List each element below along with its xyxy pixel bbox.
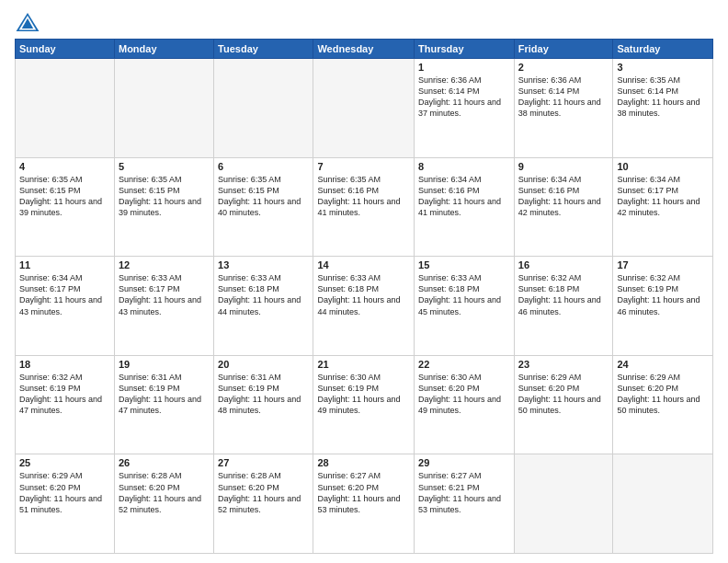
weekday-saturday: Saturday: [613, 40, 713, 59]
day-info: Sunrise: 6:35 AM Sunset: 6:15 PM Dayligh…: [119, 174, 210, 219]
day-number: 2: [518, 62, 609, 73]
day-number: 10: [617, 161, 709, 172]
day-info: Sunrise: 6:32 AM Sunset: 6:19 PM Dayligh…: [19, 372, 110, 417]
day-number: 19: [119, 359, 210, 370]
day-number: 9: [518, 161, 609, 172]
day-info: Sunrise: 6:35 AM Sunset: 6:15 PM Dayligh…: [218, 174, 309, 219]
day-number: 25: [19, 457, 110, 468]
calendar-cell: 28Sunrise: 6:27 AM Sunset: 6:20 PM Dayli…: [313, 454, 415, 554]
weekday-wednesday: Wednesday: [313, 40, 415, 59]
day-info: Sunrise: 6:34 AM Sunset: 6:17 PM Dayligh…: [617, 174, 709, 219]
day-number: 24: [617, 359, 709, 370]
calendar-cell: 8Sunrise: 6:34 AM Sunset: 6:16 PM Daylig…: [415, 157, 515, 257]
week-row-4: 18Sunrise: 6:32 AM Sunset: 6:19 PM Dayli…: [16, 355, 713, 454]
calendar-table: SundayMondayTuesdayWednesdayThursdayFrid…: [15, 39, 713, 554]
week-row-1: 1Sunrise: 6:36 AM Sunset: 6:14 PM Daylig…: [16, 59, 713, 158]
day-info: Sunrise: 6:36 AM Sunset: 6:14 PM Dayligh…: [418, 75, 510, 120]
day-number: 27: [218, 457, 309, 468]
day-info: Sunrise: 6:31 AM Sunset: 6:19 PM Dayligh…: [218, 372, 309, 417]
day-info: Sunrise: 6:30 AM Sunset: 6:19 PM Dayligh…: [317, 372, 410, 417]
day-number: 18: [19, 359, 110, 370]
logo-icon: [15, 11, 40, 33]
weekday-header-row: SundayMondayTuesdayWednesdayThursdayFrid…: [16, 40, 713, 59]
day-info: Sunrise: 6:32 AM Sunset: 6:18 PM Dayligh…: [518, 272, 609, 317]
day-number: 5: [119, 161, 210, 172]
day-number: 14: [317, 259, 410, 270]
day-number: 17: [617, 259, 709, 270]
calendar-cell: 13Sunrise: 6:33 AM Sunset: 6:18 PM Dayli…: [214, 257, 313, 356]
day-number: 21: [317, 359, 410, 370]
calendar-cell: 22Sunrise: 6:30 AM Sunset: 6:20 PM Dayli…: [415, 355, 515, 454]
calendar-cell: [214, 59, 313, 158]
day-number: 15: [418, 259, 510, 270]
day-info: Sunrise: 6:33 AM Sunset: 6:18 PM Dayligh…: [418, 272, 510, 317]
weekday-thursday: Thursday: [415, 40, 515, 59]
calendar-cell: [114, 59, 213, 158]
week-row-5: 25Sunrise: 6:29 AM Sunset: 6:20 PM Dayli…: [16, 454, 713, 554]
calendar-cell: 4Sunrise: 6:35 AM Sunset: 6:15 PM Daylig…: [16, 157, 115, 257]
calendar-cell: 11Sunrise: 6:34 AM Sunset: 6:17 PM Dayli…: [16, 257, 115, 356]
calendar-cell: [313, 59, 415, 158]
day-info: Sunrise: 6:35 AM Sunset: 6:14 PM Dayligh…: [617, 75, 709, 120]
day-info: Sunrise: 6:31 AM Sunset: 6:19 PM Dayligh…: [119, 372, 210, 417]
calendar-cell: [514, 454, 613, 554]
day-info: Sunrise: 6:30 AM Sunset: 6:20 PM Dayligh…: [418, 372, 510, 417]
day-number: 29: [418, 457, 510, 468]
weekday-friday: Friday: [514, 40, 613, 59]
day-info: Sunrise: 6:35 AM Sunset: 6:16 PM Dayligh…: [317, 174, 410, 219]
day-info: Sunrise: 6:35 AM Sunset: 6:15 PM Dayligh…: [19, 174, 110, 219]
day-info: Sunrise: 6:34 AM Sunset: 6:16 PM Dayligh…: [518, 174, 609, 219]
day-info: Sunrise: 6:29 AM Sunset: 6:20 PM Dayligh…: [19, 470, 110, 515]
day-info: Sunrise: 6:33 AM Sunset: 6:18 PM Dayligh…: [218, 272, 309, 317]
calendar-cell: 27Sunrise: 6:28 AM Sunset: 6:20 PM Dayli…: [214, 454, 313, 554]
calendar-cell: 24Sunrise: 6:29 AM Sunset: 6:20 PM Dayli…: [613, 355, 713, 454]
day-info: Sunrise: 6:32 AM Sunset: 6:19 PM Dayligh…: [617, 272, 709, 317]
calendar-cell: 1Sunrise: 6:36 AM Sunset: 6:14 PM Daylig…: [415, 59, 515, 158]
day-number: 8: [418, 161, 510, 172]
calendar-cell: 19Sunrise: 6:31 AM Sunset: 6:19 PM Dayli…: [114, 355, 213, 454]
calendar-cell: 17Sunrise: 6:32 AM Sunset: 6:19 PM Dayli…: [613, 257, 713, 356]
day-number: 23: [518, 359, 609, 370]
calendar-cell: 5Sunrise: 6:35 AM Sunset: 6:15 PM Daylig…: [114, 157, 213, 257]
day-info: Sunrise: 6:27 AM Sunset: 6:20 PM Dayligh…: [317, 470, 410, 515]
day-number: 22: [418, 359, 510, 370]
calendar-cell: 14Sunrise: 6:33 AM Sunset: 6:18 PM Dayli…: [313, 257, 415, 356]
day-info: Sunrise: 6:29 AM Sunset: 6:20 PM Dayligh…: [617, 372, 709, 417]
day-info: Sunrise: 6:29 AM Sunset: 6:20 PM Dayligh…: [518, 372, 609, 417]
day-number: 12: [119, 259, 210, 270]
day-number: 6: [218, 161, 309, 172]
calendar-cell: 7Sunrise: 6:35 AM Sunset: 6:16 PM Daylig…: [313, 157, 415, 257]
day-info: Sunrise: 6:33 AM Sunset: 6:17 PM Dayligh…: [119, 272, 210, 317]
day-number: 13: [218, 259, 309, 270]
week-row-2: 4Sunrise: 6:35 AM Sunset: 6:15 PM Daylig…: [16, 157, 713, 257]
calendar-cell: 23Sunrise: 6:29 AM Sunset: 6:20 PM Dayli…: [514, 355, 613, 454]
calendar-cell: 18Sunrise: 6:32 AM Sunset: 6:19 PM Dayli…: [16, 355, 115, 454]
calendar-cell: 10Sunrise: 6:34 AM Sunset: 6:17 PM Dayli…: [613, 157, 713, 257]
calendar-cell: 6Sunrise: 6:35 AM Sunset: 6:15 PM Daylig…: [214, 157, 313, 257]
calendar-cell: 16Sunrise: 6:32 AM Sunset: 6:18 PM Dayli…: [514, 257, 613, 356]
calendar-cell: 29Sunrise: 6:27 AM Sunset: 6:21 PM Dayli…: [415, 454, 515, 554]
day-number: 1: [418, 62, 510, 73]
day-number: 20: [218, 359, 309, 370]
calendar-cell: 26Sunrise: 6:28 AM Sunset: 6:20 PM Dayli…: [114, 454, 213, 554]
calendar-cell: 2Sunrise: 6:36 AM Sunset: 6:14 PM Daylig…: [514, 59, 613, 158]
day-info: Sunrise: 6:33 AM Sunset: 6:18 PM Dayligh…: [317, 272, 410, 317]
day-info: Sunrise: 6:36 AM Sunset: 6:14 PM Dayligh…: [518, 75, 609, 120]
calendar-cell: [16, 59, 115, 158]
day-info: Sunrise: 6:27 AM Sunset: 6:21 PM Dayligh…: [418, 470, 510, 515]
day-number: 11: [19, 259, 110, 270]
day-info: Sunrise: 6:28 AM Sunset: 6:20 PM Dayligh…: [218, 470, 309, 515]
weekday-monday: Monday: [114, 40, 213, 59]
calendar-cell: 12Sunrise: 6:33 AM Sunset: 6:17 PM Dayli…: [114, 257, 213, 356]
week-row-3: 11Sunrise: 6:34 AM Sunset: 6:17 PM Dayli…: [16, 257, 713, 356]
calendar-cell: 9Sunrise: 6:34 AM Sunset: 6:16 PM Daylig…: [514, 157, 613, 257]
header: [15, 11, 713, 33]
day-info: Sunrise: 6:34 AM Sunset: 6:17 PM Dayligh…: [19, 272, 110, 317]
day-number: 3: [617, 62, 709, 73]
calendar-cell: 25Sunrise: 6:29 AM Sunset: 6:20 PM Dayli…: [16, 454, 115, 554]
weekday-tuesday: Tuesday: [214, 40, 313, 59]
calendar-cell: 21Sunrise: 6:30 AM Sunset: 6:19 PM Dayli…: [313, 355, 415, 454]
day-info: Sunrise: 6:34 AM Sunset: 6:16 PM Dayligh…: [418, 174, 510, 219]
logo: [15, 11, 44, 33]
day-number: 4: [19, 161, 110, 172]
